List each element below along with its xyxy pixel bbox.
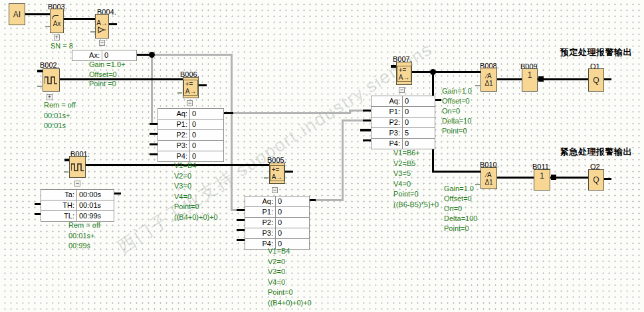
b005-params: V1=B4 V2=0 V3=0 V4=0 Point=0 ((B4+0)+0)+… xyxy=(268,246,312,308)
row-label: P2: xyxy=(245,218,276,228)
row-value: 00:00s xyxy=(77,190,114,200)
diff-trigger-icon: ∕A Δ1 xyxy=(484,171,492,186)
b009-gate-text: 1 xyxy=(528,70,532,80)
block-b003-analog-amplifier[interactable]: Ax xyxy=(50,9,64,33)
amplifier-curve-icon xyxy=(53,15,58,19)
wire-b010-b011[interactable] xyxy=(497,177,534,179)
wire-b007-b010[interactable] xyxy=(432,171,481,173)
collapse-toggle-b005[interactable]: − xyxy=(272,187,278,193)
wire-b009-q1[interactable] xyxy=(538,78,588,80)
wire-b003-b004[interactable] xyxy=(64,18,95,20)
block-ai-analog-input[interactable]: AI xyxy=(9,3,25,25)
collapse-toggle-b004[interactable]: − xyxy=(99,40,105,46)
wire-ax-horizontal[interactable] xyxy=(152,54,233,56)
pin-b005-p1 xyxy=(237,209,245,211)
wire-b006aq-b007p1[interactable] xyxy=(233,112,350,114)
wire-b005aq-out[interactable] xyxy=(315,199,343,201)
ai-label-text: AI xyxy=(13,10,21,19)
row-label: P2: xyxy=(372,117,403,127)
pin-b005-out xyxy=(285,171,293,173)
b010-params: Gain=1.0 Offset=0 On=0 Delta=100 Point=0 xyxy=(444,184,477,234)
b001-time-table[interactable]: Ta:00:00s TH:00:01s TL:00:99s xyxy=(41,189,114,222)
tick-b004-in2 xyxy=(90,31,95,33)
row-value: 0 xyxy=(190,141,223,151)
row-value: 0 xyxy=(276,196,309,206)
table-row: P2:0 xyxy=(372,117,435,127)
row-label: P1: xyxy=(372,107,403,117)
pin-b007-p3 xyxy=(360,129,371,131)
wire-b006aq-into-p1[interactable] xyxy=(349,110,364,112)
collapse-toggle-b001[interactable]: − xyxy=(74,181,80,187)
row-label: Aq: xyxy=(158,109,190,119)
table-row: P1:0 xyxy=(372,106,435,117)
block-b007-math-instruction[interactable]: += A→ xyxy=(396,62,412,85)
block-b002-pulse-generator[interactable] xyxy=(43,68,60,92)
row-value: 00:99s xyxy=(77,211,114,221)
pin-b001-th xyxy=(35,203,41,205)
pin-b001-ta-out xyxy=(114,193,121,195)
q1-output-text: Q xyxy=(593,76,599,85)
block-b010-analog-differential-trigger[interactable]: ∕A Δ1 xyxy=(481,167,497,189)
row-value: 0 xyxy=(276,207,309,217)
block-q2-output[interactable]: Q xyxy=(588,169,604,191)
math-icon-line2: A→ xyxy=(185,88,197,95)
collapse-toggle-b006[interactable]: − xyxy=(187,100,193,106)
b007-param-table[interactable]: Aq:0 P1:0 P2:0 P3:5 P4:0 xyxy=(371,96,435,149)
expand-toggle-b003[interactable]: + xyxy=(54,35,60,40)
junction-dot-ax xyxy=(149,52,155,58)
block-b001-pulse-generator[interactable] xyxy=(69,156,86,178)
b005-param-table[interactable]: Aq:0 P1:0 P2:0 P3:0 P4:0 xyxy=(245,196,310,250)
b006-param-table[interactable]: Aq:0 P1:0 P2:0 P3:0 P4:0 xyxy=(158,108,224,162)
row-label: P3: xyxy=(245,228,276,238)
row-value: 5 xyxy=(403,128,435,138)
block-b009-or-gate[interactable]: 1 xyxy=(522,68,538,92)
connector-square-b009 xyxy=(538,76,544,82)
math-icon: += A→ xyxy=(270,165,285,181)
row-value: 0 xyxy=(102,50,136,60)
pin-b007-en xyxy=(391,65,396,68)
table-row: P2:0 xyxy=(245,217,309,228)
row-value: 0 xyxy=(276,218,309,228)
wire-b008-b009[interactable] xyxy=(497,78,522,80)
block-q1-output[interactable]: Q xyxy=(588,68,604,92)
table-row: P1:0 xyxy=(158,119,223,129)
math-icon-line2: A→ xyxy=(272,173,283,181)
block-b008-analog-differential-trigger[interactable]: ∕A Δ1 xyxy=(481,68,497,92)
wire-b007-b008[interactable] xyxy=(412,71,481,73)
block-b011-or-gate[interactable]: 1 xyxy=(534,169,550,191)
block-b005-math-instruction[interactable]: += A→ xyxy=(269,163,285,184)
wire-ai-b003[interactable] xyxy=(25,13,50,15)
pin-b006-p4 xyxy=(150,153,158,155)
block-b006-math-instruction[interactable]: += A→ xyxy=(183,77,199,98)
math-icon-line1: += xyxy=(185,80,197,88)
pin-b007-p2 xyxy=(363,119,371,121)
math-icon-line1: += xyxy=(399,66,410,74)
row-value: 0 xyxy=(276,228,309,238)
table-row: P3:0 xyxy=(245,228,309,238)
pin-b004-out xyxy=(109,23,117,25)
pin-b007-aq-out xyxy=(435,99,441,101)
collapse-toggle-b007[interactable]: − xyxy=(399,87,405,93)
wire-b005aq-into-p2[interactable] xyxy=(342,119,364,121)
junction-dot-b007 xyxy=(430,69,436,75)
pin-b001-tl xyxy=(35,213,41,215)
trigger-triangle-icon xyxy=(98,27,106,33)
table-row: P4:0 xyxy=(158,151,223,161)
wire-b005aq-riser[interactable] xyxy=(342,119,344,201)
diff-icon-line1: ∕A xyxy=(484,171,492,179)
row-label: P3: xyxy=(372,128,403,138)
expand-toggle-b002[interactable]: + xyxy=(47,94,53,100)
row-label: Aq: xyxy=(245,196,276,206)
row-value: 0 xyxy=(190,151,223,161)
pin-b005-p3 xyxy=(237,229,245,231)
block-b004-analog-threshold[interactable]: A→ xyxy=(95,14,109,39)
square-wave-icon xyxy=(71,163,84,171)
row-label: Ta: xyxy=(41,190,77,200)
wire-ax-to-b006-p1[interactable] xyxy=(151,54,153,125)
b008-params: Gain=1.0 Offset=0 On=0 Delta=10 Point=0 xyxy=(442,86,472,136)
tick-b003-in2 xyxy=(45,26,50,27)
b002-params: Rem = off 00:01s+ 00:01s xyxy=(44,100,76,131)
table-row: P3:5 xyxy=(372,127,435,138)
math-icon: += A→ xyxy=(183,80,199,96)
wire-ax-to-b005[interactable] xyxy=(231,54,233,211)
